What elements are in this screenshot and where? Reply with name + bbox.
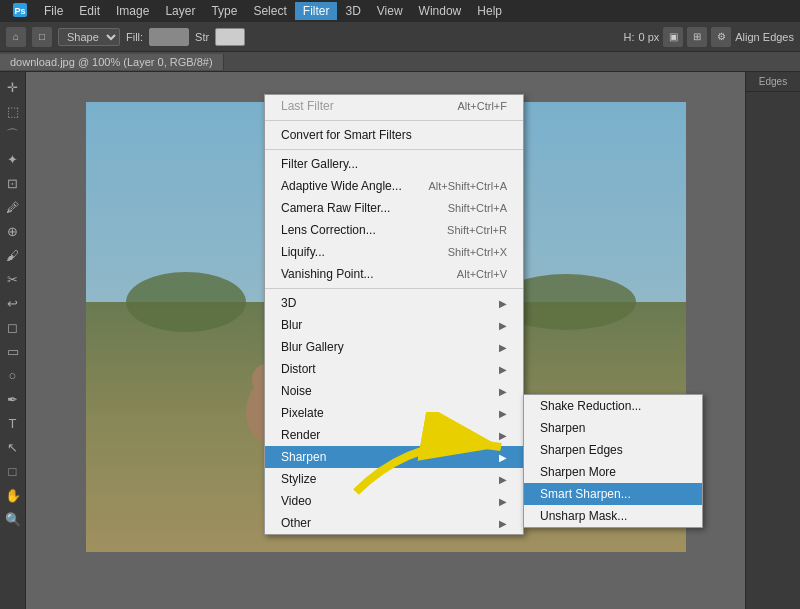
pen-tool[interactable]: ✒ <box>2 388 24 410</box>
menu-edit[interactable]: Edit <box>71 2 108 20</box>
menu-sharpen[interactable]: Sharpen ▶ <box>265 446 523 468</box>
settings-icon[interactable]: ⚙ <box>711 27 731 47</box>
magic-wand-tool[interactable]: ✦ <box>2 148 24 170</box>
heal-tool[interactable]: ⊕ <box>2 220 24 242</box>
menu-select[interactable]: Select <box>245 2 294 20</box>
menu-help[interactable]: Help <box>469 2 510 20</box>
gradient-tool[interactable]: ▭ <box>2 340 24 362</box>
type-tool[interactable]: T <box>2 412 24 434</box>
menu-filter-gallery[interactable]: Filter Gallery... <box>265 153 523 175</box>
main-area: ✛ ⬚ ⌒ ✦ ⊡ 🖉 ⊕ 🖌 ✂ ↩ ◻ ▭ ○ ✒ T ↖ □ ✋ 🔍 <box>0 72 800 609</box>
stroke-color[interactable] <box>215 28 245 46</box>
menu-file[interactable]: File <box>36 2 71 20</box>
fill-label: Fill: <box>126 31 143 43</box>
submenu-unsharp-mask[interactable]: Unsharp Mask... <box>524 505 702 527</box>
history-brush-tool[interactable]: ↩ <box>2 292 24 314</box>
home-icon[interactable]: ⌂ <box>6 27 26 47</box>
clone-tool[interactable]: ✂ <box>2 268 24 290</box>
menu-convert-smart[interactable]: Convert for Smart Filters <box>265 124 523 146</box>
lasso-tool[interactable]: ⌒ <box>2 124 24 146</box>
menu-stylize[interactable]: Stylize ▶ <box>265 468 523 490</box>
menu-video[interactable]: Video ▶ <box>265 490 523 512</box>
sharpen-submenu[interactable]: Shake Reduction... Sharpen Sharpen Edges… <box>523 394 703 528</box>
right-panel-edges-tab[interactable]: Edges <box>746 72 800 92</box>
menu-last-filter[interactable]: Last Filter Alt+Ctrl+F <box>265 95 523 117</box>
move-tool[interactable]: ✛ <box>2 76 24 98</box>
h-value: 0 px <box>638 31 659 43</box>
menu-other[interactable]: Other ▶ <box>265 512 523 534</box>
shape-rect-icon[interactable]: □ <box>32 27 52 47</box>
menu-ps[interactable]: Ps <box>4 0 36 23</box>
dodge-tool[interactable]: ○ <box>2 364 24 386</box>
menu-filter[interactable]: Filter <box>295 2 338 20</box>
align-icon[interactable]: ▣ <box>663 27 683 47</box>
distribute-icon[interactable]: ⊞ <box>687 27 707 47</box>
menu-3d[interactable]: 3D ▶ <box>265 292 523 314</box>
menu-render[interactable]: Render ▶ <box>265 424 523 446</box>
menu-vanishing-point[interactable]: Vanishing Point... Alt+Ctrl+V <box>265 263 523 285</box>
shape-tool[interactable]: □ <box>2 460 24 482</box>
menu-lens-correction[interactable]: Lens Correction... Shift+Ctrl+R <box>265 219 523 241</box>
menu-blur-gallery[interactable]: Blur Gallery ▶ <box>265 336 523 358</box>
hand-tool[interactable]: ✋ <box>2 484 24 506</box>
menu-bar: Ps File Edit Image Layer Type Select Fil… <box>0 0 800 22</box>
menu-noise[interactable]: Noise ▶ <box>265 380 523 402</box>
submenu-smart-sharpen[interactable]: Smart Sharpen... <box>524 483 702 505</box>
menu-adaptive-wide[interactable]: Adaptive Wide Angle... Alt+Shift+Ctrl+A <box>265 175 523 197</box>
menu-view[interactable]: View <box>369 2 411 20</box>
filter-menu[interactable]: Last Filter Alt+Ctrl+F Convert for Smart… <box>264 94 524 535</box>
svg-text:Ps: Ps <box>14 6 25 16</box>
submenu-sharpen-more[interactable]: Sharpen More <box>524 461 702 483</box>
menu-liquify[interactable]: Liquify... Shift+Ctrl+X <box>265 241 523 263</box>
right-panel: Edges <box>745 72 800 609</box>
canvas-area: Last Filter Alt+Ctrl+F Convert for Smart… <box>26 72 745 609</box>
menu-window[interactable]: Window <box>411 2 470 20</box>
svg-point-4 <box>126 272 246 332</box>
fill-color[interactable] <box>149 28 189 46</box>
eraser-tool[interactable]: ◻ <box>2 316 24 338</box>
crop-tool[interactable]: ⊡ <box>2 172 24 194</box>
menu-camera-raw[interactable]: Camera Raw Filter... Shift+Ctrl+A <box>265 197 523 219</box>
menu-layer[interactable]: Layer <box>157 2 203 20</box>
menu-image[interactable]: Image <box>108 2 157 20</box>
menu-type[interactable]: Type <box>203 2 245 20</box>
rect-select-tool[interactable]: ⬚ <box>2 100 24 122</box>
align-edges-label: Align Edges <box>735 31 794 43</box>
submenu-sharpen-edges[interactable]: Sharpen Edges <box>524 439 702 461</box>
divider-1 <box>265 120 523 121</box>
submenu-shake-reduction[interactable]: Shake Reduction... <box>524 395 702 417</box>
menu-blur[interactable]: Blur ▶ <box>265 314 523 336</box>
eyedropper-tool[interactable]: 🖉 <box>2 196 24 218</box>
brush-tool[interactable]: 🖌 <box>2 244 24 266</box>
divider-2 <box>265 149 523 150</box>
document-tab-bar: download.jpg @ 100% (Layer 0, RGB/8#) <box>0 52 800 72</box>
path-select-tool[interactable]: ↖ <box>2 436 24 458</box>
menu-distort[interactable]: Distort ▶ <box>265 358 523 380</box>
divider-3 <box>265 288 523 289</box>
toolbar-right: H: 0 px ▣ ⊞ ⚙ Align Edges <box>623 27 794 47</box>
left-toolbar: ✛ ⬚ ⌒ ✦ ⊡ 🖉 ⊕ 🖌 ✂ ↩ ◻ ▭ ○ ✒ T ↖ □ ✋ 🔍 <box>0 72 26 609</box>
submenu-sharpen[interactable]: Sharpen <box>524 417 702 439</box>
menu-3d[interactable]: 3D <box>337 2 368 20</box>
document-tab[interactable]: download.jpg @ 100% (Layer 0, RGB/8#) <box>0 54 224 70</box>
stroke-label: Str <box>195 31 209 43</box>
options-bar: ⌂ □ Shape Fill: Str H: 0 px ▣ ⊞ ⚙ Align … <box>0 22 800 52</box>
zoom-tool[interactable]: 🔍 <box>2 508 24 530</box>
menu-pixelate[interactable]: Pixelate ▶ <box>265 402 523 424</box>
shape-select[interactable]: Shape <box>58 28 120 46</box>
h-label: H: <box>623 31 634 43</box>
